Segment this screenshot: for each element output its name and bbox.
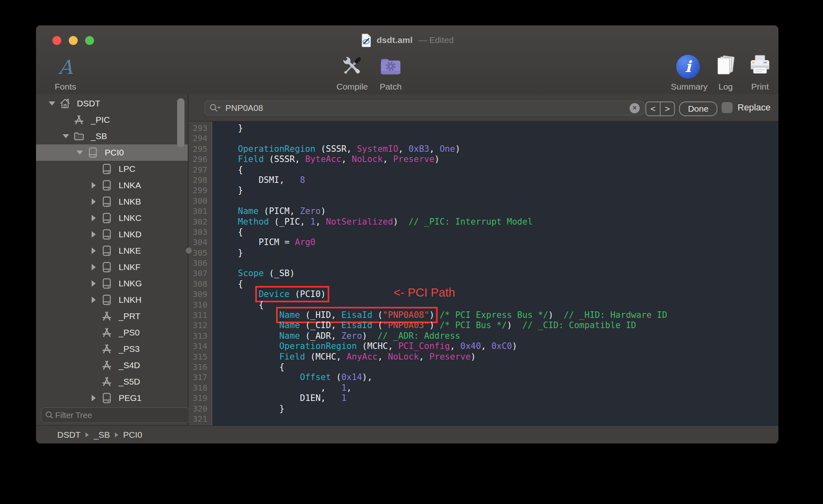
code-line: 299 } xyxy=(189,185,778,196)
sidebar-item-lnkb[interactable]: LNKB xyxy=(36,194,188,210)
sidebar-item-pci0[interactable]: PCI0 xyxy=(36,144,188,161)
toolbar-patch-button[interactable]: Patch xyxy=(373,52,408,92)
find-input[interactable] xyxy=(225,103,630,113)
tree-item-label: LNKA xyxy=(119,180,141,190)
annotation-redbox: Device (PCI0) xyxy=(259,289,326,299)
toolbar-print-button[interactable]: Print xyxy=(743,52,777,92)
code-line: 300 xyxy=(189,196,778,206)
sidebar-item-_sb[interactable]: _SB xyxy=(36,128,188,144)
breadcrumb-separator xyxy=(85,432,89,437)
device-icon xyxy=(101,245,113,257)
line-number: 321 xyxy=(189,414,212,424)
toolbar-summary-button[interactable]: i Summary xyxy=(671,52,705,92)
sidebar-item-lnkd[interactable]: LNKD xyxy=(36,226,188,243)
sidebar-item-peg1[interactable]: PEG1 xyxy=(36,390,188,406)
breadcrumb-dsdt[interactable]: DSDT xyxy=(57,430,81,440)
disclosure-triangle[interactable] xyxy=(88,215,99,221)
editor-pane: × < > Done Replace 293 }294295 Operation… xyxy=(189,94,778,426)
sidebar-item-dsdt[interactable]: DSDT xyxy=(36,95,188,112)
disclosure-triangle[interactable] xyxy=(88,182,99,189)
find-bar: × < > Done Replace xyxy=(189,94,778,122)
sidebar-item-_ps3[interactable]: _PS3 xyxy=(36,341,188,357)
code-line: 320 } xyxy=(189,404,778,414)
line-number: 295 xyxy=(189,144,212,154)
toolbar-patch-label: Patch xyxy=(373,82,408,92)
clear-search-icon[interactable]: × xyxy=(630,103,640,113)
line-number: 318 xyxy=(189,383,212,393)
device-icon xyxy=(101,294,113,306)
disclosure-triangle[interactable] xyxy=(74,151,85,155)
sidebar-item-_pic[interactable]: _PIC xyxy=(36,112,188,128)
document-proxy-icon[interactable] xyxy=(361,34,372,47)
disclosure-triangle[interactable] xyxy=(88,395,99,401)
line-number: 312 xyxy=(189,320,212,331)
filter-input[interactable] xyxy=(54,410,186,421)
done-button[interactable]: Done xyxy=(679,101,717,116)
line-number: 319 xyxy=(189,393,212,403)
method-icon xyxy=(101,343,113,355)
disclosure-triangle[interactable] xyxy=(88,231,99,238)
line-number: 320 xyxy=(189,404,212,414)
disclosure-triangle[interactable] xyxy=(88,198,99,205)
device-icon xyxy=(101,228,113,241)
sidebar-item-lnka[interactable]: LNKA xyxy=(36,177,188,194)
sidebar-item-lnke[interactable]: LNKE xyxy=(36,243,188,259)
line-number: 317 xyxy=(189,372,212,382)
disclosure-triangle[interactable] xyxy=(88,248,99,254)
disclosure-triangle[interactable] xyxy=(88,280,99,287)
line-number: 299 xyxy=(189,185,212,196)
sidebar-item-_prt[interactable]: _PRT xyxy=(36,308,188,324)
tree-item-label: _S5D xyxy=(119,377,140,387)
device-icon xyxy=(101,261,113,273)
sidebar-item-_s5d[interactable]: _S5D xyxy=(36,374,188,390)
patch-folder-icon xyxy=(373,52,408,79)
code-line: 308 { xyxy=(189,279,778,289)
tree-item-label: LNKB xyxy=(119,197,141,207)
sidebar-scrollbar-thumb[interactable] xyxy=(177,98,184,147)
sidebar-item-lnkf[interactable]: LNKF xyxy=(36,259,188,275)
find-next-button[interactable]: > xyxy=(661,102,674,115)
sidebar-item-lnkh[interactable]: LNKH xyxy=(36,292,188,308)
breadcrumb-separator xyxy=(115,432,118,437)
toolbar-log-label: Log xyxy=(708,82,743,92)
sidebar-item-lnkg[interactable]: LNKG xyxy=(36,275,188,292)
line-number: 300 xyxy=(189,196,212,206)
sidebar-item-lnkc[interactable]: LNKC xyxy=(36,210,188,226)
filter-field[interactable] xyxy=(41,407,190,423)
folder-icon xyxy=(73,130,85,142)
breadcrumb-sb[interactable]: _SB xyxy=(94,430,110,440)
tree-item-label: LNKD xyxy=(119,230,142,239)
code-editor[interactable]: 293 }294295 OperationRegion (SSSR, Syste… xyxy=(189,122,778,426)
disclosure-triangle[interactable] xyxy=(47,101,57,106)
search-icon[interactable] xyxy=(209,103,222,113)
disclosure-triangle[interactable] xyxy=(88,264,99,270)
main-content: DSDT_PIC_SBPCI0LPCLNKALNKBLNKCLNKDLNKELN… xyxy=(36,94,778,426)
breadcrumb-pci0[interactable]: PCI0 xyxy=(123,430,142,440)
find-field[interactable]: × xyxy=(205,101,644,115)
code-line: 315 Field (MCHC, AnyAcc, NoLock, Preserv… xyxy=(189,352,778,362)
find-previous-button[interactable]: < xyxy=(646,102,661,115)
method-icon xyxy=(101,376,113,388)
toolbar-compile-button[interactable]: Compile xyxy=(335,52,369,92)
tree-item-label: LNKF xyxy=(119,262,141,272)
find-prev-next: < > xyxy=(645,101,675,116)
line-number: 307 xyxy=(189,268,212,279)
device-icon xyxy=(87,146,99,159)
tree-item-label: _PIC xyxy=(91,115,110,125)
disclosure-triangle[interactable] xyxy=(88,297,99,303)
disclosure-triangle[interactable] xyxy=(61,134,71,138)
tree-item-label: LPC xyxy=(119,164,135,174)
line-number: 302 xyxy=(189,217,212,227)
sidebar-item-lpc[interactable]: LPC xyxy=(36,161,188,177)
line-number: 301 xyxy=(189,206,212,216)
tree-item-label: _SB xyxy=(91,131,107,141)
sidebar-item-_s4d[interactable]: _S4D xyxy=(36,357,188,374)
tree-item-label: PCI0 xyxy=(105,148,124,158)
splitter-handle[interactable] xyxy=(186,248,192,254)
replace-checkbox[interactable] xyxy=(722,102,733,113)
toolbar-log-button[interactable]: Log xyxy=(708,52,743,92)
sidebar-item-_ps0[interactable]: _PS0 xyxy=(36,324,188,341)
device-icon xyxy=(101,179,113,191)
toolbar-fonts-button[interactable]: A Fonts xyxy=(48,52,83,92)
tree-item-label: LNKE xyxy=(119,246,141,256)
